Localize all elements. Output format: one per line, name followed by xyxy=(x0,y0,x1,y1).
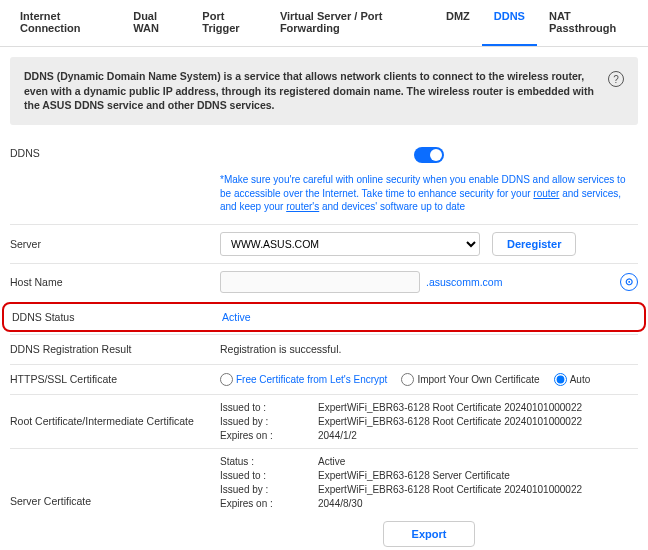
root-cert-details: Issued to :ExpertWiFi_EBR63-6128 Root Ce… xyxy=(220,402,582,441)
tab-dual-wan[interactable]: Dual WAN xyxy=(121,0,190,46)
notice-text: DDNS (Dynamic Domain Name System) is a s… xyxy=(24,69,598,113)
tab-bar: Internet Connection Dual WAN Port Trigge… xyxy=(0,0,648,47)
ddns-label: DDNS xyxy=(10,147,220,159)
hostname-label: Host Name xyxy=(10,276,220,288)
https-cert-label: HTTPS/SSL Certificate xyxy=(10,373,220,385)
ddns-status-label: DDNS Status xyxy=(12,311,222,323)
copy-icon[interactable]: ⊙ xyxy=(620,273,638,291)
server-cert-details: Status :Active Issued to :ExpertWiFi_EBR… xyxy=(220,456,638,509)
server-cert-label: Server Certificate xyxy=(10,495,220,507)
tab-internet-connection[interactable]: Internet Connection xyxy=(8,0,121,46)
server-label: Server xyxy=(10,238,220,250)
tab-nat-passthrough[interactable]: NAT Passthrough xyxy=(537,0,640,46)
router-link-1[interactable]: router xyxy=(533,188,559,199)
hostname-suffix: .asuscomm.com xyxy=(426,276,502,288)
cert-opt-auto[interactable]: Auto xyxy=(554,373,591,386)
server-select[interactable]: WWW.ASUS.COM xyxy=(220,232,480,256)
ddns-hint: *Make sure you're careful with online se… xyxy=(220,173,638,214)
cert-opt-letsencrypt[interactable]: Free Certificate from Let's Encrypt xyxy=(220,373,387,386)
tab-dmz[interactable]: DMZ xyxy=(434,0,482,46)
tab-ddns[interactable]: DDNS xyxy=(482,0,537,46)
notice-banner: DDNS (Dynamic Domain Name System) is a s… xyxy=(10,57,638,125)
ddns-reg-value: Registration is successful. xyxy=(220,343,638,355)
tab-virtual-server[interactable]: Virtual Server / Port Forwarding xyxy=(268,0,434,46)
cert-opt-import[interactable]: Import Your Own Certificate xyxy=(401,373,539,386)
router-link-2[interactable]: router's xyxy=(286,201,319,212)
help-icon[interactable]: ? xyxy=(608,71,624,87)
export-button[interactable]: Export xyxy=(383,521,476,547)
settings-panel: DDNS *Make sure you're careful with onli… xyxy=(0,137,648,550)
ddns-status-value: Active xyxy=(222,311,251,323)
tab-port-trigger[interactable]: Port Trigger xyxy=(190,0,268,46)
ddns-reg-label: DDNS Registration Result xyxy=(10,343,220,355)
ddns-toggle[interactable] xyxy=(414,147,444,163)
hostname-input[interactable] xyxy=(220,271,420,293)
ddns-status-row: DDNS Status Active xyxy=(2,302,646,332)
deregister-button[interactable]: Deregister xyxy=(492,232,576,256)
root-cert-label: Root Certificate/Intermediate Certificat… xyxy=(10,415,220,427)
